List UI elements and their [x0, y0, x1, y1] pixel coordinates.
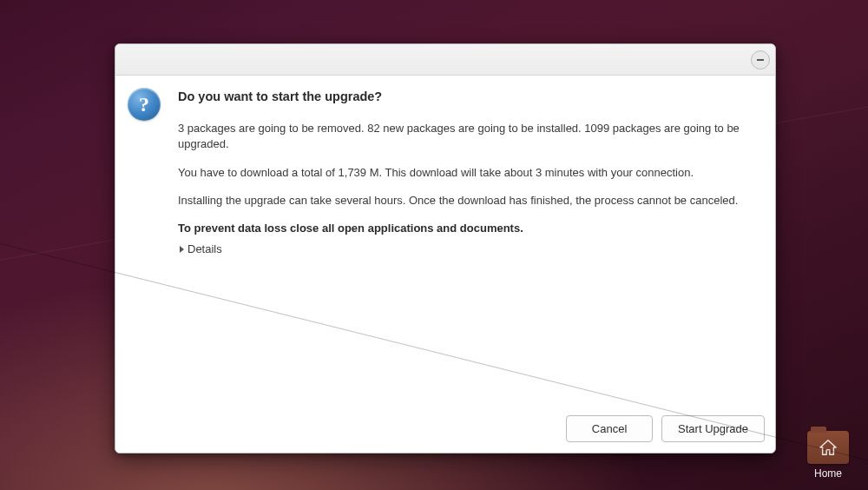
chevron-right-icon [180, 246, 184, 253]
upgrade-dialog: ? Do you want to start the upgrade? 3 pa… [115, 43, 776, 454]
details-label: Details [187, 242, 222, 257]
dialog-content: ? Do you want to start the upgrade? 3 pa… [115, 76, 775, 407]
dialog-text-column: Do you want to start the upgrade? 3 pack… [178, 88, 763, 400]
desktop-home-shortcut[interactable]: Home [804, 431, 852, 480]
start-upgrade-button[interactable]: Start Upgrade [661, 415, 765, 442]
dialog-heading: Do you want to start the upgrade? [178, 88, 763, 105]
dialog-footer: Cancel Start Upgrade [115, 407, 775, 453]
minimize-icon [757, 59, 764, 61]
question-icon: ? [128, 88, 161, 121]
minimize-button[interactable] [751, 50, 770, 70]
folder-icon [807, 431, 849, 464]
download-summary: You have to download a total of 1,739 M.… [178, 165, 763, 181]
dialog-icon-column: ? [128, 88, 166, 400]
dialog-titlebar [115, 44, 775, 76]
data-loss-warning: To prevent data loss close all open appl… [178, 221, 763, 236]
install-warning: Installing the upgrade can take several … [178, 193, 763, 209]
cancel-button[interactable]: Cancel [566, 415, 653, 442]
home-icon [807, 431, 849, 464]
details-expander[interactable]: Details [180, 242, 222, 257]
packages-summary: 3 packages are going to be removed. 82 n… [178, 121, 763, 152]
desktop-home-label: Home [804, 467, 852, 480]
